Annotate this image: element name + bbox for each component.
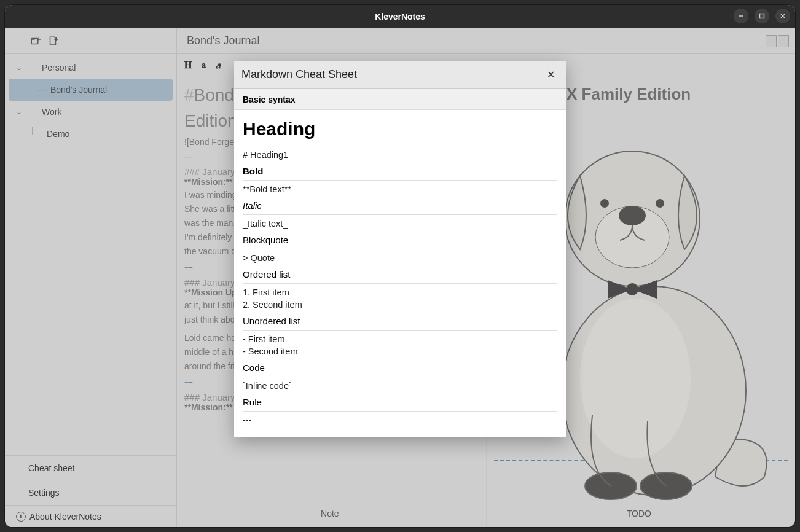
cs-ul-code2: - Second item <box>243 346 557 356</box>
dialog-body[interactable]: Heading # Heading1 Bold **Bold text** It… <box>234 110 566 437</box>
cs-ol-label: Ordered list <box>243 269 557 280</box>
cs-bold-code: **Bold text** <box>243 184 557 194</box>
dialog-close-button[interactable]: ✕ <box>543 66 559 83</box>
cs-code-code: `Inline code` <box>243 381 557 391</box>
cs-italic-label: Italic <box>243 200 557 211</box>
cs-ul-code1: - First item <box>243 334 557 344</box>
dialog-section-header: Basic syntax <box>234 89 566 110</box>
app-window: KleverNotes <box>5 5 795 527</box>
cs-bold-label: Bold <box>243 166 557 176</box>
cs-rule-code: --- <box>243 415 557 425</box>
body-area: ⌄ Personal Bond's Journal ⌄ Work Demo Ch… <box>5 28 795 527</box>
dialog-header: Markdown Cheat Sheet ✕ <box>234 61 566 89</box>
dialog-title: Markdown Cheat Sheet <box>241 68 357 81</box>
maximize-button[interactable] <box>755 9 769 23</box>
window-title: KleverNotes <box>375 12 425 22</box>
cs-code-label: Code <box>243 362 557 373</box>
cs-italic-code: _Italic text_ <box>243 219 557 229</box>
cs-ul-label: Unordered list <box>243 316 557 326</box>
close-button[interactable] <box>775 9 790 23</box>
svg-rect-1 <box>760 14 764 18</box>
titlebar: KleverNotes <box>5 5 795 28</box>
cheat-sheet-dialog: Markdown Cheat Sheet ✕ Basic syntax Head… <box>234 61 566 437</box>
minimize-button[interactable] <box>734 9 748 23</box>
cs-ol-code1: 1. First item <box>243 288 557 297</box>
cs-heading-code: # Heading1 <box>243 150 557 160</box>
window-controls <box>734 9 790 23</box>
cs-heading-sample: Heading <box>243 119 557 139</box>
modal-overlay[interactable]: Markdown Cheat Sheet ✕ Basic syntax Head… <box>5 28 795 527</box>
cs-ol-code2: 2. Second item <box>243 300 557 310</box>
cs-blockquote-label: Blockquote <box>243 235 557 245</box>
cs-blockquote-code: > Quote <box>243 253 557 263</box>
cs-rule-label: Rule <box>243 397 557 407</box>
